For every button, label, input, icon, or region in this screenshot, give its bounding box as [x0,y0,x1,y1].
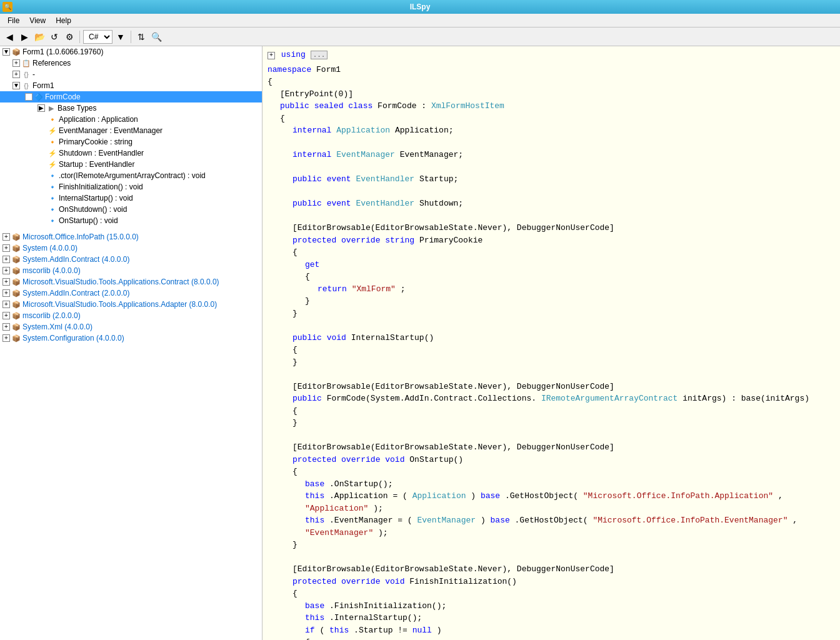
references-icon: 📋 [21,58,31,68]
expand-sysxml[interactable]: + [2,323,10,331]
tree-startup[interactable]: ⚡ Startup : EventHandler [0,159,262,170]
expand-basetypes[interactable]: ▶ [38,104,45,112]
tree-finishinit[interactable]: 🔹 FinishInitialization() : void [0,181,262,192]
tree-root-assembly[interactable]: ▼ 📦 Form1 (1.0.6066.19760) [0,46,262,58]
expand-msvs2[interactable]: + [2,301,10,308]
shutdown-icon: ⚡ [48,148,58,158]
using-collapsed[interactable]: ... [311,51,328,59]
expand-ns-dash[interactable]: + [12,71,20,78]
mscorlib1-label: mscorlib (4.0.0.0) [22,266,81,275]
expand-mscorlib2[interactable]: + [2,312,10,319]
tree-basetypes[interactable]: ▶ ▶ Base Types [0,102,262,114]
sysxml-icon: 📦 [11,322,21,332]
tree-eventmanager[interactable]: ⚡ EventManager : EventManager [0,125,262,136]
get-kw: get [305,260,319,269]
blank7 [268,429,835,442]
tree-shutdown[interactable]: ⚡ Shutdown : EventHandler [0,148,262,159]
expand-sysaddin[interactable]: + [2,256,10,263]
tree-system[interactable]: + 📦 System (4.0.0.0) [0,242,262,254]
app-prop-icon: 🔸 [48,114,58,124]
tree-formcode[interactable]: ▼ 🔷 FormCode [0,91,262,102]
expand-formcode[interactable]: ▼ [25,93,32,101]
get-line: get [268,259,835,271]
tree-ns-dash[interactable]: + {} - [0,69,262,80]
search-button[interactable]: 🔍 [149,30,163,44]
using-line: + using ... [268,49,835,61]
language-select[interactable]: C# IL VB [83,30,112,44]
expand-root[interactable]: ▼ [2,48,10,56]
internal-kw2: internal [292,150,331,159]
expand-mscorlib1[interactable]: + [2,267,10,274]
syscfg-icon: 📦 [11,333,21,343]
tree-primarycookie[interactable]: 🔸 PrimaryCookie : string [0,136,262,148]
public-kw2: public [292,174,322,184]
menu-view[interactable]: View [24,15,51,26]
refresh-button[interactable]: ↺ [48,30,61,44]
tree-sysxml[interactable]: + 📦 System.Xml (4.0.0.0) [0,321,262,332]
tree-ns-form1[interactable]: ▼ {} Form1 [0,80,262,91]
field-em-line: internal EventManager EventManager; [268,149,835,161]
application-str: "Application" [305,504,368,513]
expand-ns-form1[interactable]: ▼ [12,82,20,89]
this-em-line: this .EventManager = ( EventManager ) ba… [268,514,835,539]
dropdown-btn[interactable]: ▼ [114,30,128,44]
finishinit-icon: 🔹 [48,182,58,192]
ctor-close-brace: } [268,417,835,429]
get-open-brace: { [268,271,835,283]
tree-references[interactable]: + 📋 References [0,58,262,69]
tree-sysaddin[interactable]: + 📦 System.AddIn.Contract (4.0.0.0) [0,254,262,265]
system-icon: 📦 [11,243,21,253]
tree-application[interactable]: 🔸 Application : Application [0,114,262,125]
this-kw3: this [305,613,324,622]
attr-eb1-line: [EditorBrowsable(EditorBrowsableState.Ne… [268,222,835,234]
app-title: ILSpy [410,2,431,11]
menu-help[interactable]: Help [51,15,76,26]
tree-internalstartup[interactable]: 🔹 InternalStartup() : void [0,192,262,204]
tree-msoffice[interactable]: + 📦 Microsoft.Office.InfoPath (15.0.0.0) [0,231,262,242]
mscorlib1-icon: 📦 [11,266,21,276]
tree-mscorlib2[interactable]: + 📦 mscorlib (2.0.0.0) [0,310,262,321]
tree-msvs1[interactable]: + 📦 Microsoft.VisualStudio.Tools.Applica… [0,276,262,288]
em-label: EventManager : EventManager [59,126,162,135]
tree-ctor[interactable]: 🔹 .ctor(IRemoteArgumentArrayContract) : … [0,170,262,181]
tree-mscorlib1[interactable]: + 📦 mscorlib (4.0.0.0) [0,265,262,276]
cookie-icon: 🔸 [48,137,58,147]
open-button[interactable]: 📂 [32,30,46,44]
tree-onstartup[interactable]: 🔹 OnStartup() : void [0,215,262,226]
tree-msvs2[interactable]: + 📦 Microsoft.VisualStudio.Tools.Applica… [0,299,262,310]
expand-sysaddin2[interactable]: + [2,289,10,297]
sort-button[interactable]: ⇅ [134,30,148,44]
settings-button[interactable]: ⚙ [62,30,76,44]
base-kw1: base [305,479,324,489]
startup-label: Startup : EventHandler [59,160,134,169]
expand-system[interactable]: + [2,244,10,252]
expand-msoffice[interactable]: + [2,233,10,241]
app-prop-label: Application : Application [59,115,138,124]
expand-msvs1[interactable]: + [2,278,10,286]
formcode-icon: 🔷 [34,92,44,102]
forward-button[interactable]: ▶ [18,30,31,44]
blank4 [268,210,835,222]
tree-syscfg[interactable]: + 📦 System.Configuration (4.0.0.0) [0,332,262,344]
basetypes-label: Base Types [58,104,96,112]
protected-kw1: protected [292,236,336,245]
protected-kw3: protected [292,577,336,586]
tree-sysaddin2[interactable]: + 📦 System.AddIn.Contract (2.0.0.0) [0,288,262,299]
blank5 [268,319,835,332]
expand-syscfg[interactable]: + [2,334,10,342]
sysaddin2-icon: 📦 [11,288,21,298]
sysxml-label: System.Xml (4.0.0.0) [22,322,92,331]
toolbar-separator2 [131,31,131,43]
infopath-app-str: "Microsoft.Office.InfoPath.Application" [583,491,773,501]
return-line: return "XmlForm" ; [268,283,835,296]
intstartup-icon: 🔹 [48,193,58,203]
back-button[interactable]: ◀ [2,30,16,44]
expand-using[interactable]: + [268,52,275,59]
system-label: System (4.0.0.0) [22,244,78,252]
ctor-icon: 🔹 [48,171,58,181]
shutdown-label: Shutdown : EventHandler [59,149,144,158]
menu-file[interactable]: File [2,15,24,26]
eh-type2: EventHandler [356,199,414,208]
tree-onshutdown[interactable]: 🔹 OnShutdown() : void [0,204,262,215]
expand-refs[interactable]: + [12,59,20,67]
